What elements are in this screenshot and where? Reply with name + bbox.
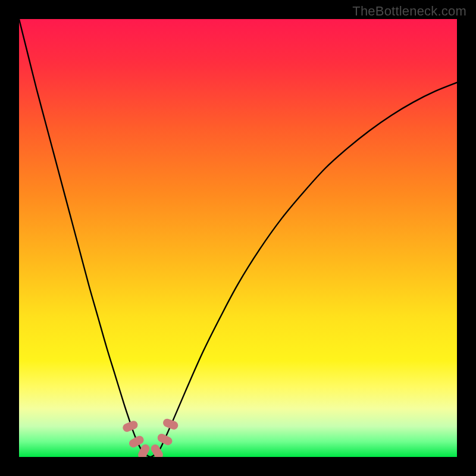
gradient-background (19, 19, 457, 457)
chart-frame: TheBottleneck.com (0, 0, 476, 476)
chart-svg (19, 19, 457, 457)
watermark-text: TheBottleneck.com (352, 4, 466, 19)
plot-area (19, 19, 457, 457)
